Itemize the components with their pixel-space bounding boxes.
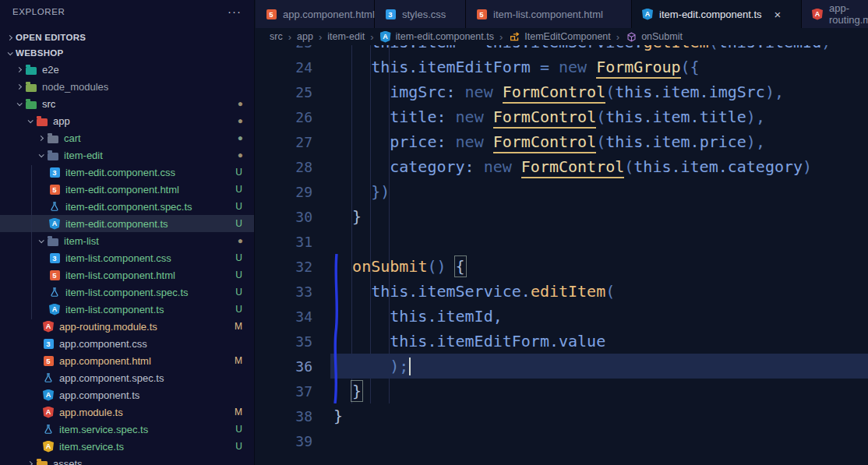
chevron-down-icon — [34, 153, 47, 157]
folder-gray-icon — [47, 132, 59, 144]
code-tokens: title: new FormControl(this.item.title), — [312, 107, 765, 126]
git-status-badge: U — [235, 252, 242, 263]
breadcrumb-item[interactable]: app — [297, 31, 313, 42]
git-status-badge: M — [235, 321, 242, 332]
breadcrumb-item[interactable]: item-edit — [327, 31, 365, 42]
breadcrumb-item[interactable]: Aitem-edit.component.ts — [379, 30, 494, 43]
tree-item[interactable]: item-edit● — [0, 146, 254, 164]
code-line[interactable]: 26 title: new FormControl(this.item.titl… — [256, 104, 868, 129]
tree-item[interactable]: src● — [0, 95, 254, 112]
line-number: 33 — [256, 280, 312, 305]
git-status-badge: U — [235, 304, 242, 315]
code-line[interactable]: 33 this.itemService.editItem( — [256, 279, 868, 304]
editor-tab[interactable]: Aitem-edit.component.ts× — [632, 0, 802, 28]
chevron-right-icon — [12, 85, 25, 89]
token: this.itemEditForm — [333, 58, 540, 76]
css-icon: 3 — [42, 337, 55, 350]
close-icon[interactable]: × — [774, 9, 782, 20]
git-status-badge: U — [235, 201, 242, 212]
section-header-webshop[interactable]: WEBSHOP — [0, 45, 254, 61]
html-icon: 5 — [42, 354, 55, 367]
code-line[interactable]: 39 — [256, 428, 868, 453]
tree-item[interactable]: app.component.spec.ts — [0, 369, 254, 386]
tree-item[interactable]: 3app.component.css — [0, 335, 254, 352]
folder-shape — [26, 67, 37, 75]
tree-item[interactable]: e2e — [0, 61, 254, 78]
token: = — [540, 58, 559, 76]
tree-item[interactable]: Aapp.component.ts — [0, 386, 254, 403]
code-line[interactable]: 27 price: new FormControl(this.item.pric… — [256, 129, 868, 154]
angular-blue-icon: A — [48, 303, 61, 315]
code-line[interactable]: 23 this.item = this.itemService.getItem(… — [256, 45, 868, 55]
tab-label: app-routing.module.ts — [829, 2, 868, 26]
folder-shape — [48, 153, 58, 160]
tree-item[interactable]: Aitem.service.tsU — [0, 438, 254, 455]
code-editor[interactable]: 23 this.item = this.itemService.getItem(… — [256, 45, 868, 465]
tree-item[interactable]: Aapp.module.tsM — [0, 403, 254, 421]
tree-item[interactable]: Aitem-list.component.tsU — [0, 301, 254, 318]
code-line[interactable]: 32 onSubmit() { — [256, 254, 868, 279]
tree-item[interactable]: 5item-list.component.htmlU — [0, 266, 254, 284]
chevron-right-icon — [34, 136, 47, 140]
code-line[interactable]: 31 — [256, 229, 868, 254]
file-type-glyph: 5 — [266, 9, 277, 19]
editor-tab[interactable]: Aapp-routing.module.ts — [802, 0, 868, 28]
code-line[interactable]: 28 category: new FormControl(this.item.c… — [256, 154, 868, 179]
tree-item[interactable]: item-edit.component.spec.tsU — [0, 198, 254, 215]
tree-item[interactable]: item-list● — [0, 232, 254, 249]
breadcrumb-label: src — [270, 31, 283, 42]
breadcrumb-item[interactable]: onSubmit — [625, 30, 683, 43]
tree-item[interactable]: cart● — [0, 129, 254, 146]
tab-label: item-edit.component.ts — [659, 9, 762, 20]
tree-item[interactable]: item.service.spec.tsU — [0, 421, 254, 438]
code-line[interactable]: 25 imgSrc: new FormControl(this.item.img… — [256, 79, 868, 104]
breadcrumb-separator-icon: › — [616, 31, 619, 43]
token: ( — [605, 83, 615, 101]
tree-item[interactable]: 3item-edit.component.cssU — [0, 164, 254, 181]
shield-shape: A — [642, 9, 653, 20]
tree-item[interactable]: Aapp-routing.module.tsM — [0, 318, 254, 335]
tree-item[interactable]: node_modules — [0, 78, 254, 95]
token: ({ — [681, 58, 700, 76]
folder-shape — [37, 461, 48, 465]
angular-red-icon: A — [42, 320, 55, 333]
token: ); — [333, 357, 408, 375]
folder-slate-icon — [47, 234, 59, 247]
tree-indent-guide — [31, 165, 32, 319]
token: editItem — [531, 282, 605, 301]
code-tokens: } — [312, 207, 362, 226]
tree-item[interactable]: 5app.component.htmlM — [0, 352, 254, 369]
shield-shape: A — [812, 9, 823, 20]
tree-item[interactable]: item-list.component.spec.tsU — [0, 284, 254, 301]
tree-item[interactable]: assets — [0, 455, 254, 465]
editor-tab[interactable]: 5app.component.html — [256, 0, 375, 28]
code-line[interactable]: 35 this.itemEditForm.value — [256, 329, 868, 354]
code-line[interactable]: 29 }) — [256, 179, 868, 204]
git-status-badge: U — [235, 424, 242, 435]
token: ( — [709, 45, 718, 51]
tree-item[interactable]: Aitem-edit.component.tsU — [0, 215, 254, 232]
section-header-open-editors[interactable]: OPEN EDITORS — [0, 30, 254, 45]
code-line[interactable]: 34 this.itemId, — [256, 304, 868, 329]
code-line[interactable]: 24 this.itemEditForm = new FormGroup({ — [256, 55, 868, 79]
breadcrumb-item[interactable]: ItemEditComponent — [508, 30, 610, 43]
tree-item[interactable]: 5item-edit.component.htmlU — [0, 181, 254, 198]
ellipsis-icon[interactable]: ··· — [228, 8, 242, 16]
section-label: WEBSHOP — [16, 48, 64, 58]
editor-tab[interactable]: 3styles.css — [375, 0, 466, 28]
code-line[interactable]: 38} — [256, 403, 868, 428]
tree-item[interactable]: 3item-list.component.cssU — [0, 249, 254, 266]
file-type-glyph: 5 — [50, 185, 60, 195]
file-type-glyph: 3 — [50, 253, 60, 263]
editor-tab[interactable]: 5item-list.component.html — [466, 0, 632, 28]
editor-tab-bar: 5app.component.html3styles.css5item-list… — [256, 0, 868, 28]
code-line[interactable]: 30 } — [256, 204, 868, 229]
folder-shape — [37, 118, 48, 126]
code-line[interactable]: 37 } — [256, 379, 868, 403]
token: new — [456, 132, 493, 151]
flask-icon — [48, 286, 61, 298]
tree-item[interactable]: app● — [0, 112, 254, 129]
line-number: 24 — [256, 55, 312, 80]
code-line[interactable]: 36 ); — [256, 354, 868, 379]
breadcrumb-item[interactable]: src — [270, 31, 283, 42]
